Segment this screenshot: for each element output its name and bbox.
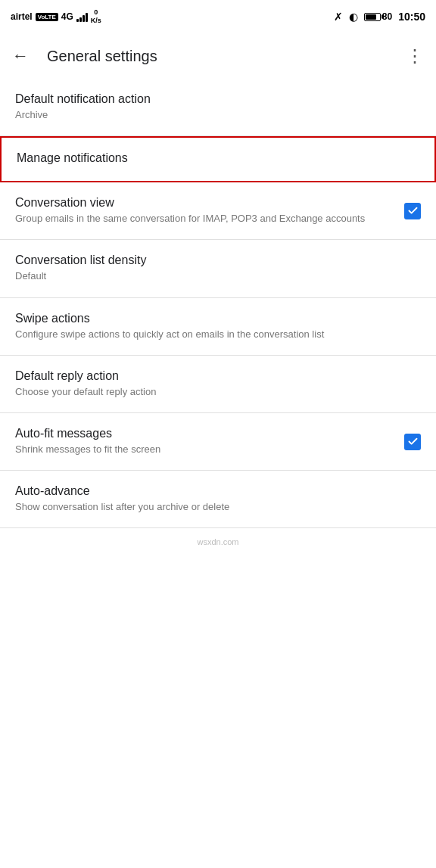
settings-item-label-auto-advance: Auto-advance bbox=[15, 484, 413, 498]
settings-item-sublabel-auto-fit-messages: Shrink messages to fit the screen bbox=[15, 443, 397, 456]
settings-item-conversation-view[interactable]: Conversation viewGroup emails in the sam… bbox=[0, 182, 436, 240]
carrier-name: airtel bbox=[11, 11, 33, 22]
settings-item-text-conversation-list-density: Conversation list densityDefault bbox=[15, 254, 421, 283]
settings-item-text-swipe-actions: Swipe actionsConfigure swipe actions to … bbox=[15, 312, 421, 341]
settings-item-text-manage-notifications: Manage notifications bbox=[17, 151, 419, 167]
time: 10:50 bbox=[398, 11, 425, 23]
settings-item-default-reply-action[interactable]: Default reply actionChoose your default … bbox=[0, 356, 436, 413]
data-speed: 0 K/s bbox=[91, 8, 101, 25]
battery-level: 80 bbox=[382, 11, 392, 22]
settings-list: Default notification actionArchiveManage… bbox=[0, 79, 436, 528]
settings-item-sublabel-conversation-list-density: Default bbox=[15, 269, 413, 283]
settings-item-label-conversation-view: Conversation view bbox=[15, 196, 397, 210]
battery-container: 80 bbox=[364, 11, 392, 22]
status-left: airtel VoLTE 4G 0 K/s bbox=[11, 8, 101, 25]
settings-item-auto-fit-messages[interactable]: Auto-fit messagesShrink messages to fit … bbox=[0, 413, 436, 471]
settings-item-label-default-notification-action: Default notification action bbox=[15, 92, 413, 106]
settings-item-text-default-reply-action: Default reply actionChoose your default … bbox=[15, 369, 421, 399]
signal-bars bbox=[76, 11, 88, 22]
settings-item-manage-notifications[interactable]: Manage notifications bbox=[0, 136, 436, 182]
app-bar: ← General settings ⋮ bbox=[0, 33, 436, 79]
settings-item-default-notification-action[interactable]: Default notification actionArchive bbox=[0, 79, 436, 136]
vibrate-icon: ◐ bbox=[349, 11, 358, 23]
settings-item-label-auto-fit-messages: Auto-fit messages bbox=[15, 427, 397, 440]
settings-item-sublabel-default-reply-action: Choose your default reply action bbox=[15, 385, 413, 399]
settings-item-label-default-reply-action: Default reply action bbox=[15, 369, 413, 383]
signal-4g: 4G bbox=[61, 11, 73, 22]
settings-item-sublabel-swipe-actions: Configure swipe actions to quickly act o… bbox=[15, 328, 413, 341]
settings-item-label-swipe-actions: Swipe actions bbox=[15, 312, 413, 325]
settings-item-swipe-actions[interactable]: Swipe actionsConfigure swipe actions to … bbox=[0, 298, 436, 356]
settings-item-text-auto-advance: Auto-advanceShow conversation list after… bbox=[15, 484, 421, 514]
settings-item-text-default-notification-action: Default notification actionArchive bbox=[15, 92, 421, 122]
battery-fill bbox=[366, 14, 376, 20]
settings-item-sublabel-auto-advance: Show conversation list after you archive… bbox=[15, 500, 413, 514]
settings-item-conversation-list-density[interactable]: Conversation list densityDefault bbox=[0, 240, 436, 297]
checkbox-auto-fit-messages[interactable] bbox=[404, 434, 421, 450]
page-title: General settings bbox=[47, 48, 388, 65]
settings-item-sublabel-conversation-view: Group emails in the same conversation fo… bbox=[15, 212, 397, 226]
settings-item-text-auto-fit-messages: Auto-fit messagesShrink messages to fit … bbox=[15, 427, 404, 456]
watermark: wsxdn.com bbox=[0, 528, 436, 555]
settings-item-label-conversation-list-density: Conversation list density bbox=[15, 254, 413, 267]
battery-icon bbox=[364, 13, 381, 21]
volte-badge: VoLTE bbox=[36, 13, 58, 21]
status-bar: airtel VoLTE 4G 0 K/s ✗ ◐ 80 10:50 bbox=[0, 0, 436, 33]
settings-item-text-conversation-view: Conversation viewGroup emails in the sam… bbox=[15, 196, 404, 226]
more-options-button[interactable]: ⋮ bbox=[406, 45, 424, 67]
checkbox-conversation-view[interactable] bbox=[404, 203, 421, 219]
bluetooth-icon: ✗ bbox=[334, 11, 343, 23]
settings-item-sublabel-default-notification-action: Archive bbox=[15, 108, 413, 122]
settings-item-label-manage-notifications: Manage notifications bbox=[17, 151, 412, 165]
settings-item-auto-advance[interactable]: Auto-advanceShow conversation list after… bbox=[0, 471, 436, 528]
back-button[interactable]: ← bbox=[12, 46, 29, 66]
status-right: ✗ ◐ 80 10:50 bbox=[334, 11, 425, 23]
